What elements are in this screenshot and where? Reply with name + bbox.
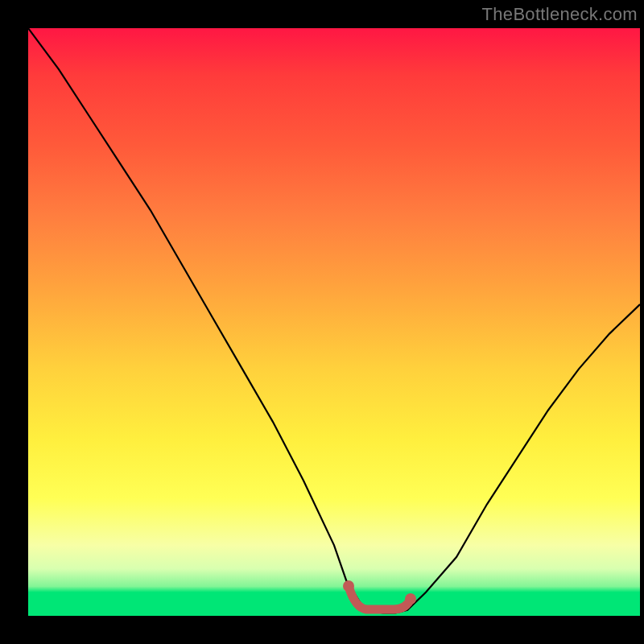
- legend-band: [349, 586, 411, 609]
- bottleneck-curve: [28, 28, 640, 613]
- attribution-text: TheBottleneck.com: [482, 4, 638, 25]
- chart-frame: TheBottleneck.com: [0, 0, 644, 644]
- bottleneck-curve-svg: [28, 28, 640, 616]
- plot-area: [28, 28, 640, 616]
- legend-highlight: [343, 580, 416, 609]
